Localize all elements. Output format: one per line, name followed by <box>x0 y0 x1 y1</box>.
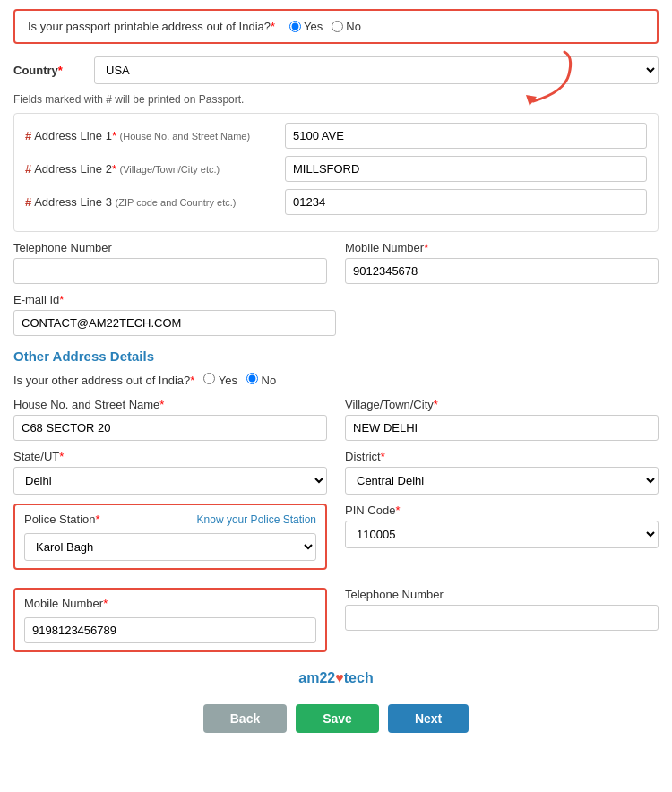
country-label: Country* <box>13 64 85 77</box>
police-highlighted-box: Police Station* Know your Police Station… <box>13 504 327 570</box>
house-village-row: House No. and Street Name* Village/Town/… <box>13 398 659 441</box>
know-police-link[interactable]: Know your Police Station <box>197 513 316 526</box>
other-telephone-label: Telephone Number <box>345 588 659 601</box>
address-line2-label: # Address Line 2* (Village/Town/City etc… <box>25 162 276 176</box>
tel-mobile-row: Telephone Number Mobile Number* <box>13 241 659 284</box>
other-mobile-label: Mobile Number* <box>24 597 316 610</box>
other-no-label[interactable]: No <box>246 373 276 387</box>
police-station-header: Police Station* Know your Police Station <box>24 512 316 526</box>
house-label: House No. and Street Name* <box>13 398 327 411</box>
address-line1-label: # Address Line 1* (House No. and Street … <box>25 129 276 142</box>
bottom-buttons: Back Save Next <box>13 704 659 733</box>
passport-yes-text: Yes <box>304 20 323 33</box>
back-button[interactable]: Back <box>203 704 287 733</box>
other-mobile-input[interactable] <box>24 617 316 643</box>
house-input[interactable] <box>13 415 327 441</box>
telephone-input[interactable] <box>13 258 327 284</box>
police-label: Police Station* <box>24 512 100 526</box>
other-no-text: No <box>262 374 277 387</box>
other-yes-radio[interactable] <box>203 373 215 384</box>
village-input[interactable] <box>345 415 659 441</box>
passport-yes-label[interactable]: Yes <box>289 20 323 33</box>
address-line1-row: # Address Line 1* (House No. and Street … <box>25 123 647 149</box>
country-select[interactable]: USA India UK Canada Australia <box>94 56 659 84</box>
state-label: State/UT* <box>13 450 327 463</box>
passport-yes-radio[interactable] <box>289 21 301 32</box>
address-line1-input[interactable] <box>285 123 647 149</box>
email-label: E-mail Id* <box>13 293 659 306</box>
other-mobile-col: Mobile Number* <box>13 588 327 661</box>
telephone-col: Telephone Number <box>13 241 327 284</box>
country-select-wrap: USA India UK Canada Australia <box>94 56 659 84</box>
address-line2-row: # Address Line 2* (Village/Town/City etc… <box>25 156 647 182</box>
pin-col: PIN Code* 110005 110001 110002 110003 <box>345 504 659 548</box>
village-col: Village/Town/City* <box>345 398 659 441</box>
passport-no-text: No <box>346 20 361 33</box>
country-row: Country* USA India UK Canada Australia <box>13 56 659 84</box>
police-select[interactable]: Karol Bagh Connaught Place Chandni Chowk… <box>24 533 316 561</box>
brand-heart: ♥ <box>335 670 344 685</box>
email-input[interactable] <box>13 310 336 336</box>
other-address-question-text: Is your other address out of India?* <box>13 374 194 387</box>
passport-question-label: Is your passport printable address out o… <box>28 20 275 33</box>
house-col: House No. and Street Name* <box>13 398 327 441</box>
telephone-label: Telephone Number <box>13 241 327 254</box>
police-pin-row: Police Station* Know your Police Station… <box>13 504 659 579</box>
passport-no-radio[interactable] <box>332 21 343 32</box>
passport-question-text: Is your passport printable address out o… <box>28 20 271 33</box>
other-yes-text: Yes <box>219 374 237 387</box>
state-col: State/UT* Delhi Maharashtra Karnataka Ta… <box>13 450 327 495</box>
district-label: District* <box>345 450 659 463</box>
village-label: Village/Town/City* <box>345 398 659 411</box>
other-yes-label[interactable]: Yes <box>203 373 237 387</box>
address-line2-input[interactable] <box>285 156 647 182</box>
pin-label: PIN Code* <box>345 504 659 517</box>
district-col: District* Central Delhi North Delhi Sout… <box>345 450 659 495</box>
address-line3-row: # Address Line 3 (ZIP code and Country e… <box>25 189 647 215</box>
fields-note: Fields marked with # will be printed on … <box>13 93 659 106</box>
address-fields-section: # Address Line 1* (House No. and Street … <box>13 113 659 232</box>
passport-no-label[interactable]: No <box>332 20 361 33</box>
passport-radio-group: Yes No <box>289 20 361 33</box>
passport-required-star: * <box>271 20 275 33</box>
other-address-title: Other Address Details <box>13 349 659 364</box>
other-no-radio[interactable] <box>246 373 258 384</box>
other-mobile-highlighted-box: Mobile Number* <box>13 588 327 652</box>
police-col: Police Station* Know your Police Station… <box>13 504 327 579</box>
mobile-input[interactable] <box>345 258 659 284</box>
address-line3-input[interactable] <box>285 189 647 215</box>
email-row: E-mail Id* <box>13 293 659 336</box>
pin-select[interactable]: 110005 110001 110002 110003 <box>345 521 659 548</box>
next-button[interactable]: Next <box>388 704 469 733</box>
save-button[interactable]: Save <box>296 704 379 733</box>
brand-text: am22♥tech <box>13 670 659 686</box>
other-address-question: Is your other address out of India?* Yes… <box>13 373 659 387</box>
mobile-col: Mobile Number* <box>345 241 659 284</box>
state-district-row: State/UT* Delhi Maharashtra Karnataka Ta… <box>13 450 659 495</box>
address-line3-label: # Address Line 3 (ZIP code and Country e… <box>25 195 276 209</box>
district-select[interactable]: Central Delhi North Delhi South Delhi Ea… <box>345 467 659 495</box>
passport-question-box: Is your passport printable address out o… <box>13 9 659 44</box>
mobile-label: Mobile Number* <box>345 241 659 254</box>
other-telephone-input[interactable] <box>345 605 659 631</box>
state-select[interactable]: Delhi Maharashtra Karnataka Tamil Nadu U… <box>13 467 327 495</box>
other-telephone-col: Telephone Number <box>345 588 659 631</box>
other-mobile-tel-row: Mobile Number* Telephone Number <box>13 588 659 661</box>
